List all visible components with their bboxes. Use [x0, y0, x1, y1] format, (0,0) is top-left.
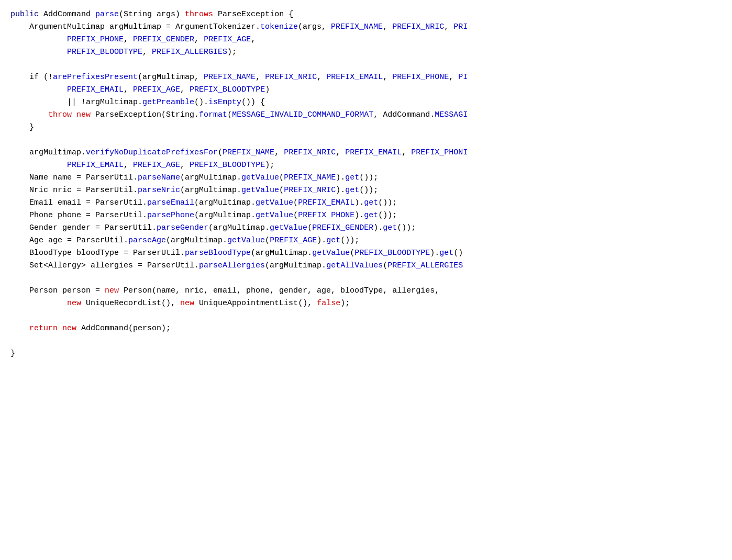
- code-viewer: public AddCommand parse(String args) thr…: [0, 0, 732, 560]
- code-line-18: BloodType bloodType = ParserUtil.parseBl…: [10, 247, 722, 260]
- code-line-1: public AddCommand parse(String args) thr…: [10, 8, 722, 21]
- code-line-8: throw new ParseException(String.format(M…: [10, 109, 722, 121]
- code-line-23: }: [10, 348, 722, 360]
- code-line-4: PREFIX_BLOODTYPE, PREFIX_ALLERGIES);: [10, 46, 722, 59]
- blank-line-5: [10, 335, 722, 348]
- code-line-12: Name name = ParserUtil.parseName(argMult…: [10, 172, 722, 184]
- code-line-22: return new AddCommand(person);: [10, 322, 722, 335]
- code-line-20: Person person = new Person(name, nric, e…: [10, 285, 722, 297]
- code-line-14: Email email = ParserUtil.parseEmail(argM…: [10, 197, 722, 209]
- blank-line-2: [10, 134, 722, 147]
- code-line-9: }: [10, 121, 722, 134]
- blank-line-3: [10, 272, 722, 285]
- code-line-10: argMultimap.verifyNoDuplicatePrefixesFor…: [10, 147, 722, 159]
- blank-line-1: [10, 59, 722, 71]
- code-line-17: Age age = ParserUtil.parseAge(argMultima…: [10, 234, 722, 247]
- code-line-21: new UniqueRecordList(), new UniqueAppoin…: [10, 297, 722, 310]
- code-line-16: Gender gender = ParserUtil.parseGender(a…: [10, 222, 722, 234]
- code-line-5: if (!arePrefixesPresent(argMultimap, PRE…: [10, 71, 722, 84]
- code-line-13: Nric nric = ParserUtil.parseNric(argMult…: [10, 184, 722, 197]
- blank-line-4: [10, 310, 722, 322]
- code-line-15: Phone phone = ParserUtil.parsePhone(argM…: [10, 209, 722, 222]
- code-line-19: Set<Allergy> allergies = ParserUtil.pars…: [10, 260, 722, 272]
- code-line-11: PREFIX_EMAIL, PREFIX_AGE, PREFIX_BLOODTY…: [10, 159, 722, 172]
- code-line-7: || !argMultimap.getPreamble().isEmpty())…: [10, 96, 722, 109]
- code-line-6: PREFIX_EMAIL, PREFIX_AGE, PREFIX_BLOODTY…: [10, 84, 722, 96]
- code-line-2: ArgumentMultimap argMultimap = ArgumentT…: [10, 21, 722, 33]
- code-line-3: PREFIX_PHONE, PREFIX_GENDER, PREFIX_AGE,: [10, 33, 722, 46]
